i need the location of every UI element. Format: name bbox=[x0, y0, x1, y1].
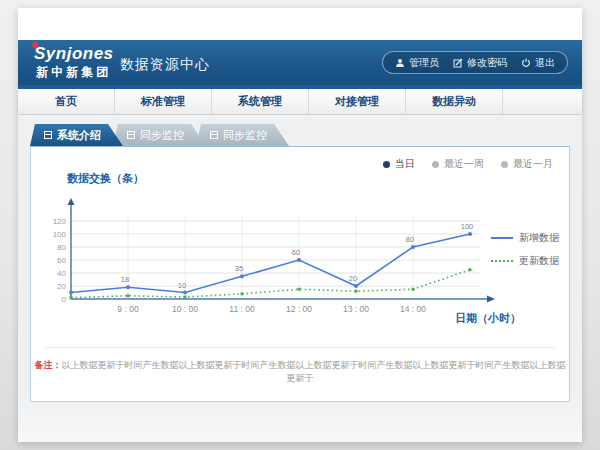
app-header: Synjones 新中新集团 数据资源中心 管理员 修改密码 bbox=[18, 40, 582, 85]
svg-text:18: 18 bbox=[121, 275, 129, 284]
chart-panel: 当日 最近一周 最近一月 数据交换（条） 0204060801001209 : … bbox=[30, 146, 570, 402]
radio-dot-icon bbox=[432, 161, 439, 168]
svg-text:100: 100 bbox=[461, 222, 474, 231]
logo-text-en: Synjones bbox=[34, 45, 114, 62]
footnote-text: 以上数据更新于时间产生数据以上数据更新于时间产生数据以上数据更新于时间产生数据以… bbox=[62, 360, 566, 383]
svg-text:80: 80 bbox=[406, 235, 414, 244]
svg-text:14 : 00: 14 : 00 bbox=[400, 304, 426, 314]
footnote: 备注：以上数据更新于时间产生数据以上数据更新于时间产生数据以上数据更新于时间产生… bbox=[31, 359, 569, 385]
monitor-icon bbox=[127, 131, 135, 139]
x-axis-title: 日期（小时） bbox=[455, 311, 521, 326]
svg-text:20: 20 bbox=[349, 274, 357, 283]
nav-item-integration[interactable]: 对接管理 bbox=[309, 89, 406, 114]
legend-item-new-data[interactable]: 新增数据 bbox=[491, 231, 559, 245]
svg-text:11 : 00: 11 : 00 bbox=[229, 304, 255, 314]
main-nav: 首页 标准管理 系统管理 对接管理 数据异动 bbox=[18, 89, 582, 115]
nav-item-standards[interactable]: 标准管理 bbox=[115, 89, 212, 114]
change-password-button[interactable]: 修改密码 bbox=[453, 56, 507, 70]
radio-today[interactable]: 当日 bbox=[383, 157, 415, 171]
radio-last-month[interactable]: 最近一月 bbox=[501, 157, 553, 171]
svg-text:120: 120 bbox=[53, 217, 67, 226]
svg-text:60: 60 bbox=[57, 256, 66, 265]
svg-text:80: 80 bbox=[57, 243, 66, 252]
svg-text:100: 100 bbox=[53, 230, 67, 239]
dotted-line-icon bbox=[491, 260, 513, 262]
radio-dot-icon bbox=[501, 161, 508, 168]
svg-text:12 : 00: 12 : 00 bbox=[286, 304, 312, 314]
current-user[interactable]: 管理员 bbox=[395, 56, 439, 70]
svg-text:9 : 00: 9 : 00 bbox=[117, 304, 139, 314]
solid-line-icon bbox=[491, 237, 513, 239]
line-chart: 0204060801001209 : 0010 : 0011 : 0012 : … bbox=[39, 191, 499, 325]
page-title: 数据资源中心 bbox=[120, 56, 210, 74]
svg-text:10: 10 bbox=[178, 281, 186, 290]
footnote-label: 备注： bbox=[35, 360, 62, 370]
user-menu: 管理员 修改密码 退出 bbox=[382, 51, 568, 74]
svg-text:20: 20 bbox=[57, 282, 66, 291]
svg-text:40: 40 bbox=[57, 269, 66, 278]
chart-canvas: 0204060801001209 : 0010 : 0011 : 0012 : … bbox=[39, 191, 499, 325]
tab-bar: 系统介绍 同步监控 同步监控 bbox=[30, 124, 289, 146]
edit-icon bbox=[453, 58, 463, 68]
svg-text:10 : 00: 10 : 00 bbox=[172, 304, 198, 314]
chart-legend: 新增数据 更新数据 bbox=[491, 231, 559, 268]
tab-sync-monitor-1[interactable]: 同步监控 bbox=[113, 124, 206, 146]
nav-item-system[interactable]: 系统管理 bbox=[212, 89, 309, 114]
user-icon bbox=[395, 58, 405, 68]
logo-text-cn: 新中新集团 bbox=[34, 66, 114, 78]
radio-last-week[interactable]: 最近一周 bbox=[432, 157, 484, 171]
y-axis-title: 数据交换（条） bbox=[67, 171, 144, 186]
svg-text:60: 60 bbox=[292, 248, 300, 257]
nav-item-data-changes[interactable]: 数据异动 bbox=[406, 89, 503, 114]
radio-dot-icon bbox=[383, 161, 390, 168]
time-range-filters: 当日 最近一周 最近一月 bbox=[383, 157, 553, 171]
monitor-icon bbox=[210, 131, 218, 139]
svg-text:35: 35 bbox=[235, 264, 243, 273]
app-window: Synjones 新中新集团 数据资源中心 管理员 修改密码 bbox=[18, 8, 582, 442]
legend-item-updated-data[interactable]: 更新数据 bbox=[491, 254, 559, 268]
tab-sync-monitor-2[interactable]: 同步监控 bbox=[196, 124, 289, 146]
svg-text:13 : 00: 13 : 00 bbox=[343, 304, 369, 314]
window-top-strip bbox=[18, 8, 582, 40]
tab-system-intro[interactable]: 系统介绍 bbox=[30, 124, 123, 146]
document-icon bbox=[44, 131, 52, 139]
company-logo: Synjones 新中新集团 bbox=[34, 45, 114, 78]
svg-text:0: 0 bbox=[62, 295, 67, 304]
nav-item-home[interactable]: 首页 bbox=[18, 89, 115, 114]
note-divider bbox=[45, 347, 555, 348]
power-icon bbox=[521, 58, 531, 68]
logout-button[interactable]: 退出 bbox=[521, 56, 555, 70]
content-area: 系统介绍 同步监控 同步监控 当日 最近一周 bbox=[18, 116, 582, 442]
